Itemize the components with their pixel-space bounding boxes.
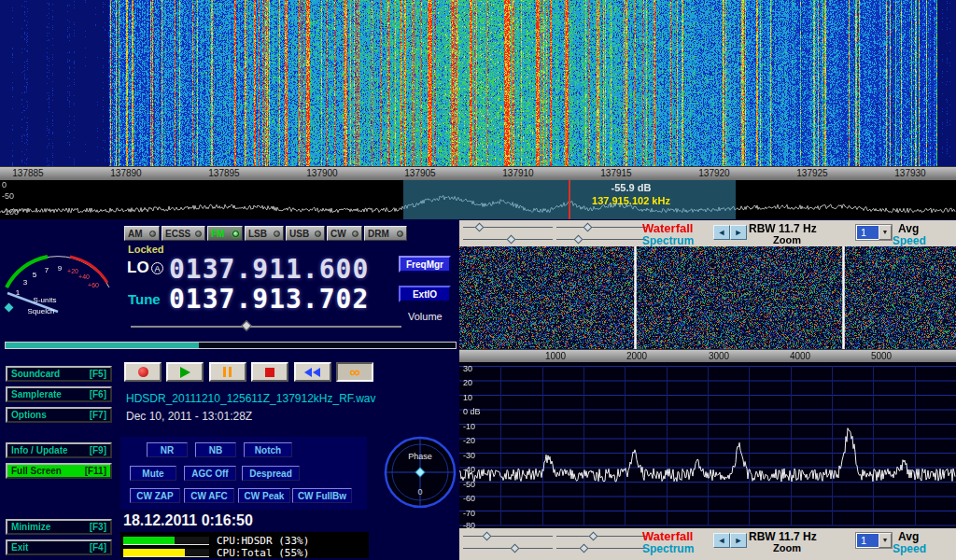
- avg-label: Avg: [898, 222, 919, 235]
- notch-button[interactable]: Notch: [244, 442, 292, 457]
- stop-button[interactable]: [251, 362, 288, 382]
- af-waterfall-display[interactable]: [459, 246, 956, 349]
- zoom-out-arrow[interactable]: ◄: [713, 533, 730, 548]
- lo-auto-badge[interactable]: A: [151, 262, 163, 274]
- lo-label: LO: [127, 259, 149, 277]
- soundcard-button[interactable]: Soundcard[F5]: [6, 366, 112, 382]
- nb-button[interactable]: NB: [195, 442, 236, 457]
- play-icon: [180, 367, 190, 378]
- avg-label: Avg: [898, 530, 919, 543]
- smeter-tick: 9: [58, 264, 63, 273]
- mode-lsb[interactable]: LSB: [245, 226, 284, 241]
- dropdown-arrow-icon[interactable]: ▼: [879, 533, 892, 548]
- rewind-button[interactable]: [294, 362, 331, 382]
- record-button[interactable]: [124, 362, 162, 382]
- mode-ecss[interactable]: ECSS: [162, 226, 205, 241]
- smeter-units-label: S-units: [34, 296, 57, 304]
- af-tick-label: 5000: [861, 351, 902, 361]
- freq-tick-label: 137895: [202, 168, 246, 178]
- rf-frequency-scale[interactable]: 137885 137890 137895 137900 137905 13791…: [0, 166, 956, 180]
- options-button[interactable]: Options[F7]: [6, 407, 112, 423]
- freqmgr-button[interactable]: FreqMgr: [399, 256, 451, 273]
- datetime-display: 18.12.2011 0:16:50: [123, 512, 253, 529]
- cursor-freq-value: 137.915.102 kHz: [575, 195, 687, 206]
- af-spectrum-display[interactable]: [459, 362, 956, 528]
- locked-indicator: Locked: [128, 244, 164, 255]
- loop-button[interactable]: ∞: [336, 362, 373, 382]
- mode-cw[interactable]: CW: [327, 226, 362, 241]
- display-slider[interactable]: [463, 544, 553, 553]
- fullscreen-button[interactable]: Full Screen[F11]: [6, 463, 112, 479]
- cw-fullbw-button[interactable]: CW FullBw: [292, 488, 352, 503]
- dropdown-arrow-icon[interactable]: ▼: [879, 225, 892, 240]
- display-slider[interactable]: [556, 223, 646, 232]
- cpu-total-bar: [123, 549, 209, 557]
- nr-button[interactable]: NR: [147, 442, 188, 457]
- rf-spectrum-strip[interactable]: 0 -50 -100 -55.9 dB 137.915.102 kHz: [0, 180, 956, 219]
- waterfall-tab[interactable]: Waterfall: [642, 221, 693, 235]
- strip-db-label: -100: [2, 207, 19, 217]
- af-frequency-scale[interactable]: 1000 2000 3000 4000 5000: [459, 349, 956, 362]
- volume-label: Volume: [408, 311, 443, 322]
- volume-slider[interactable]: [131, 322, 401, 330]
- avg-dropdown-value: 1: [857, 226, 879, 239]
- tune-label: Tune: [128, 291, 161, 307]
- cw-peak-button[interactable]: CW Peak: [238, 488, 290, 503]
- display-slider[interactable]: [463, 235, 553, 245]
- mute-button[interactable]: Mute: [130, 466, 176, 481]
- samplerate-button[interactable]: Samplerate[F6]: [6, 386, 112, 402]
- tune-frequency-display[interactable]: 0137.913.702: [169, 284, 369, 315]
- cw-afc-button[interactable]: CW AFC: [184, 488, 234, 503]
- zoom-out-arrow[interactable]: ◄: [713, 225, 730, 240]
- mode-led-icon: [397, 231, 403, 237]
- lo-frequency-display[interactable]: 0137.911.600: [169, 254, 369, 285]
- rf-waterfall-display[interactable]: [0, 0, 956, 166]
- freq-tick-label: 137925: [790, 168, 835, 178]
- display-slider[interactable]: [556, 235, 646, 245]
- mode-led-icon: [149, 231, 156, 237]
- dsp-button-panel: NR NB Notch Mute AGC Off Despread CW ZAP…: [120, 437, 367, 510]
- display-slider[interactable]: [556, 544, 646, 553]
- record-icon: [138, 367, 148, 377]
- pause-button[interactable]: [209, 362, 246, 382]
- freq-tick-label: 137930: [888, 168, 933, 178]
- zoom-label: Zoom: [773, 234, 801, 245]
- mode-fm[interactable]: FM: [207, 226, 243, 241]
- cw-zap-button[interactable]: CW ZAP: [130, 488, 180, 503]
- rewind-icon: [304, 368, 320, 377]
- avg-dropdown[interactable]: 1 ▼: [855, 224, 893, 241]
- avg-dropdown[interactable]: 1 ▼: [855, 532, 893, 549]
- af-tick-label: 1000: [535, 351, 576, 361]
- despread-button[interactable]: Despread: [242, 466, 300, 481]
- mode-usb[interactable]: USB: [286, 226, 325, 241]
- zoom-in-arrow[interactable]: ►: [730, 533, 747, 548]
- display-slider[interactable]: [463, 532, 553, 541]
- display-slider[interactable]: [463, 223, 553, 232]
- mode-am[interactable]: AM: [124, 226, 160, 241]
- play-button[interactable]: [166, 362, 204, 382]
- rbw-label: RBW 11.7 Hz: [749, 222, 817, 235]
- zoom-in-arrow[interactable]: ►: [730, 225, 747, 240]
- agc-button[interactable]: AGC Off: [184, 466, 236, 481]
- spectrum-tab[interactable]: Spectrum: [642, 542, 694, 555]
- af-display-controls-bottom: Waterfall Spectrum ◄ ► RBW 11.7 Hz Zoom …: [459, 528, 956, 560]
- phase-indicator: Phase 0: [381, 433, 459, 511]
- stop-icon: [265, 368, 274, 377]
- spectrum-tab[interactable]: Spectrum: [642, 234, 694, 247]
- exit-button[interactable]: Exit[F4]: [6, 539, 112, 555]
- freq-tick-label: 137910: [496, 168, 541, 178]
- minimize-button[interactable]: Minimize[F3]: [6, 519, 112, 535]
- pause-icon: [223, 367, 232, 377]
- mode-led-icon: [274, 231, 280, 237]
- loop-icon: ∞: [350, 367, 360, 378]
- wav-filename: HDSDR_20111210_125611Z_137912kHz_RF.wav: [126, 392, 376, 405]
- mode-drm[interactable]: DRM: [364, 226, 407, 241]
- waterfall-tab[interactable]: Waterfall: [642, 529, 693, 543]
- tune-cursor-line[interactable]: [569, 180, 570, 219]
- display-slider[interactable]: [556, 532, 646, 541]
- volume-slider-thumb[interactable]: [241, 320, 251, 330]
- squelch-slider-thumb[interactable]: [5, 303, 14, 313]
- extio-button[interactable]: ExtIO: [399, 286, 451, 302]
- playback-position-bar[interactable]: [5, 342, 457, 349]
- info-update-button[interactable]: Info / Update[F9]: [6, 442, 112, 458]
